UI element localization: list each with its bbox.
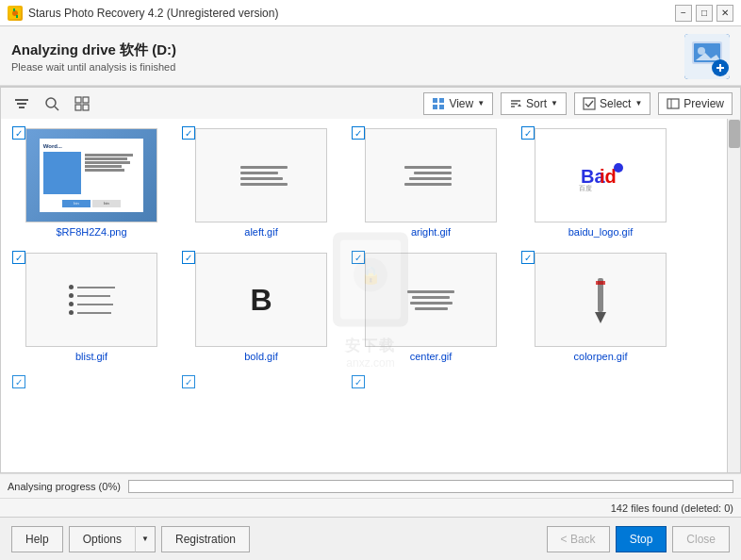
grid-icon bbox=[74, 96, 90, 111]
list-item[interactable]: aleft.gif bbox=[176, 124, 346, 241]
gallery-container[interactable]: 🔒 安下载 anxz.com Word... bbox=[1, 119, 740, 472]
header-subtitle: Please wait until analysis is finished bbox=[11, 61, 176, 73]
svg-rect-24 bbox=[439, 105, 444, 109]
view-button[interactable]: View ▼ bbox=[423, 92, 493, 115]
stop-button[interactable]: Stop bbox=[616, 526, 667, 552]
preview-label: Preview bbox=[683, 97, 724, 110]
baidu-preview: Ba id 百度 bbox=[535, 129, 666, 222]
svg-rect-20 bbox=[83, 105, 89, 110]
item-checkbox-8[interactable] bbox=[521, 251, 535, 264]
item-label-5: blist.gif bbox=[75, 351, 107, 362]
list-item[interactable] bbox=[7, 373, 176, 402]
minimize-button[interactable]: − bbox=[675, 5, 692, 22]
svg-rect-22 bbox=[439, 98, 444, 103]
item-preview-1: Word... bbox=[25, 128, 157, 222]
gif-doc-2 bbox=[196, 129, 326, 222]
item-label-1: $RF8H2Z4.png bbox=[56, 226, 126, 238]
list-item[interactable] bbox=[176, 373, 346, 402]
back-button[interactable]: < Back bbox=[547, 526, 610, 552]
svg-line-16 bbox=[55, 107, 58, 110]
list-item[interactable] bbox=[346, 373, 516, 402]
scrollbar[interactable] bbox=[727, 119, 740, 472]
app-logo bbox=[684, 34, 730, 79]
title-bar: Starus Photo Recovery 4.2 (Unregistered … bbox=[0, 0, 741, 26]
sort-button[interactable]: Sort ▼ bbox=[501, 92, 567, 115]
gif-doc-7 bbox=[366, 254, 496, 346]
svg-rect-17 bbox=[75, 97, 81, 103]
gif-doc-5 bbox=[26, 254, 156, 346]
sort-arrow: ▼ bbox=[551, 99, 558, 107]
bold-icon: B bbox=[250, 283, 272, 318]
gallery-row-1: Word... bbox=[7, 124, 734, 241]
toolbar-extra-btn[interactable] bbox=[69, 92, 95, 115]
options-button[interactable]: Options bbox=[69, 526, 135, 552]
list-item[interactable]: Ba id 百度 baidu_logo.gif bbox=[516, 124, 685, 241]
select-arrow: ▼ bbox=[634, 99, 642, 107]
view-icon bbox=[432, 97, 445, 110]
toolbar-filter-btn[interactable] bbox=[8, 92, 35, 115]
app-icon bbox=[8, 6, 23, 21]
item-checkbox-11[interactable] bbox=[352, 375, 365, 388]
list-item[interactable]: Word... bbox=[7, 124, 176, 241]
svg-rect-2 bbox=[13, 8, 15, 11]
list-item[interactable] bbox=[516, 373, 685, 402]
help-button[interactable]: Help bbox=[11, 526, 63, 552]
gallery-row-3 bbox=[7, 373, 734, 402]
svg-rect-13 bbox=[17, 103, 26, 105]
view-label: View bbox=[449, 97, 473, 110]
list-item[interactable]: center.gif bbox=[346, 249, 516, 366]
item-label-4: baidu_logo.gif bbox=[568, 226, 634, 238]
item-preview-8 bbox=[535, 253, 667, 347]
item-preview-2 bbox=[195, 128, 327, 222]
item-checkbox-3[interactable] bbox=[352, 126, 365, 140]
item-preview-3 bbox=[365, 128, 497, 222]
registration-button[interactable]: Registration bbox=[161, 526, 250, 552]
gif-doc-3 bbox=[366, 129, 496, 222]
maximize-button[interactable]: □ bbox=[696, 5, 713, 22]
select-icon bbox=[583, 97, 596, 110]
gif-doc-8 bbox=[535, 254, 666, 346]
scrollbar-thumb[interactable] bbox=[729, 120, 740, 148]
list-item[interactable]: blist.gif bbox=[7, 249, 176, 366]
item-checkbox-4[interactable] bbox=[521, 126, 535, 140]
item-checkbox-7[interactable] bbox=[352, 251, 365, 264]
item-label-3: aright.gif bbox=[411, 226, 451, 238]
svg-text:id: id bbox=[600, 166, 617, 187]
header-section: Analyzing drive 软件 (D:) Please wait unti… bbox=[0, 26, 741, 86]
select-label: Select bbox=[600, 97, 631, 110]
preview-button[interactable]: Preview bbox=[658, 92, 733, 115]
list-item[interactable]: colorpen.gif bbox=[516, 249, 685, 366]
item-checkbox-5[interactable] bbox=[12, 251, 25, 264]
select-button[interactable]: Select ▼ bbox=[574, 92, 650, 115]
main-area: View ▼ Sort ▼ Select ▼ bbox=[0, 86, 741, 473]
item-label-8: colorpen.gif bbox=[574, 351, 628, 362]
list-item[interactable]: B bold.gif bbox=[176, 249, 346, 366]
window-close-button[interactable]: Close bbox=[672, 526, 730, 552]
options-arrow-button[interactable]: ▼ bbox=[135, 526, 156, 552]
item-preview-5 bbox=[25, 253, 157, 347]
list-item[interactable]: aright.gif bbox=[346, 124, 516, 241]
options-arrow-icon: ▼ bbox=[141, 535, 149, 543]
svg-rect-3 bbox=[16, 15, 18, 18]
preview-icon bbox=[667, 97, 680, 110]
item-checkbox-1[interactable] bbox=[12, 126, 25, 140]
toolbar-search-btn[interactable] bbox=[39, 92, 65, 115]
svg-rect-30 bbox=[667, 99, 679, 108]
status-bar: 142 files found (deleted: 0) bbox=[0, 498, 741, 517]
svg-point-7 bbox=[698, 47, 705, 55]
progress-section: Analysing progress (0%) bbox=[0, 473, 741, 498]
sort-icon bbox=[509, 97, 522, 110]
svg-text:百度: 百度 bbox=[579, 185, 592, 191]
item-checkbox-9[interactable] bbox=[12, 375, 25, 388]
item-checkbox-2[interactable] bbox=[182, 126, 195, 140]
search-icon bbox=[44, 96, 59, 111]
item-checkbox-6[interactable] bbox=[182, 251, 195, 264]
item-checkbox-10[interactable] bbox=[182, 375, 195, 388]
status-text: 142 files found (deleted: 0) bbox=[611, 502, 733, 514]
svg-rect-23 bbox=[433, 105, 437, 109]
pen-svg bbox=[586, 276, 615, 323]
progress-label: Analysing progress (0%) bbox=[8, 481, 121, 492]
close-button[interactable]: ✕ bbox=[716, 5, 733, 22]
window-title: Starus Photo Recovery 4.2 (Unregistered … bbox=[28, 7, 675, 20]
gif-doc-6: B bbox=[196, 254, 326, 346]
